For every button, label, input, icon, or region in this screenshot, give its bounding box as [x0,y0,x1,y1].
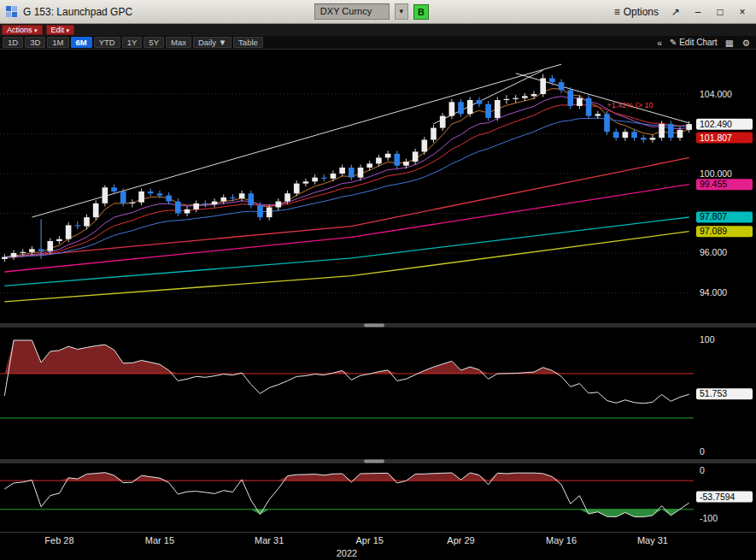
edit-chart-button[interactable]: ✎ Edit Chart [667,38,720,47]
svg-text:-100: -100 [700,513,718,523]
svg-text:0: 0 [700,446,705,457]
panel-resize-handle[interactable] [364,324,384,327]
maximize-button[interactable]: □ [712,4,729,20]
window-title: G 153: Launchpad GPC [23,6,132,18]
svg-text:-53.7594: -53.7594 [700,492,735,502]
svg-text:Mar 15: Mar 15 [145,535,174,545]
edit-menu-button[interactable]: Edit ▾ [46,25,75,35]
security-class-button[interactable]: B [413,4,429,20]
range-tab-max[interactable]: Max [166,37,191,48]
range-tab-6m[interactable]: 6M [71,37,92,48]
svg-text:100: 100 [700,334,715,345]
svg-text:94.000: 94.000 [700,287,727,298]
caret-down-icon: ▼ [219,38,226,47]
popout-button[interactable]: ↗ [667,4,684,20]
svg-text:104.000: 104.000 [700,89,732,99]
svg-text:96.000: 96.000 [700,247,727,257]
svg-text:May 16: May 16 [546,535,577,545]
range-tab-1d[interactable]: 1D [3,37,23,48]
svg-text:51.753: 51.753 [700,388,727,398]
security-dropdown-icon[interactable]: ▾ [395,3,408,20]
range-tab-ytd[interactable]: YTD [94,37,120,48]
svg-text:+1.42% (> 10: +1.42% (> 10 [607,101,653,109]
period-dropdown[interactable]: Daily ▼ [193,37,231,48]
svg-text:Mar 31: Mar 31 [255,535,284,545]
svg-text:97.807: 97.807 [700,211,727,221]
security-input[interactable]: DXY Curncy [314,3,390,20]
minimize-button[interactable]: – [689,4,706,20]
close-button[interactable]: × [734,4,751,20]
svg-text:99.455: 99.455 [700,179,727,189]
pencil-icon: ✎ [670,38,677,47]
gear-icon[interactable]: ⚙ [739,38,753,48]
svg-text:101.807: 101.807 [700,133,732,143]
table-button[interactable]: Table [233,37,263,48]
range-tab-1y[interactable]: 1Y [122,37,143,48]
options-menu-button[interactable]: ≡ Options [611,6,662,18]
caret-down-icon: ▾ [34,27,38,33]
svg-text:100.000: 100.000 [700,168,732,179]
launchpad-icon [5,5,18,18]
price-chart[interactable]: +1.42% (> 10104.000100.00096.00094.00010… [0,50,756,560]
title-bar: G 153: Launchpad GPC DXY Curncy ▾ B ≡ Op… [0,0,756,24]
svg-text:0: 0 [700,465,705,475]
svg-text:97.089: 97.089 [700,226,727,236]
chart-toolbar: 1D3D1M6MYTD1Y5YMax Daily ▼ Table « ✎ Edi… [0,36,756,50]
actions-menu-button[interactable]: Actions ▾ [2,25,43,35]
security-value: DXY Curncy [320,6,372,16]
range-tabs: 1D3D1M6MYTD1Y5YMax [3,37,191,48]
options-label: Options [624,6,659,18]
svg-text:102.490: 102.490 [700,119,732,129]
range-tab-3d[interactable]: 3D [25,37,45,48]
range-tab-1m[interactable]: 1M [47,37,68,48]
svg-text:2022: 2022 [337,548,357,558]
caret-down-icon: ▾ [67,27,70,33]
range-tab-5y[interactable]: 5Y [144,37,164,48]
svg-text:May 31: May 31 [637,535,668,545]
collapse-panel-icon[interactable]: « [653,38,665,48]
hamburger-icon: ≡ [614,6,620,18]
svg-text:Apr 29: Apr 29 [447,535,474,545]
bloomberg-window: G 153: Launchpad GPC DXY Curncy ▾ B ≡ Op… [0,0,756,560]
panel-resize-handle[interactable] [364,460,384,463]
svg-text:Feb 28: Feb 28 [44,535,73,545]
chart-grid-icon[interactable]: ▦ [722,38,737,48]
menu-bar: Actions ▾ Edit ▾ [0,24,756,36]
svg-text:Apr 15: Apr 15 [355,535,383,545]
